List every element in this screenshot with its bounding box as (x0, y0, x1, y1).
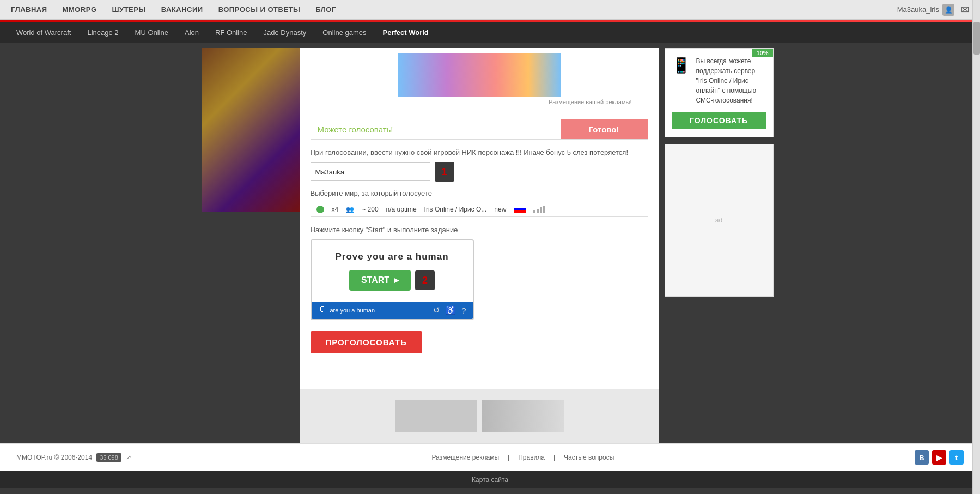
can-vote-text: Можете голосовать! (318, 125, 393, 134)
step-1-badge: 1 (435, 162, 454, 182)
footer-faq-link[interactable]: Частые вопросы (564, 454, 614, 461)
server-players: ~ 200 (362, 206, 378, 213)
second-navigation: World of Warcraft Lineage 2 MU Online Ai… (0, 22, 980, 43)
footer-ad-link[interactable]: Размещение рекламы (432, 454, 500, 461)
captcha-footer: 🎙 are you a human ↺ ♿ ? (312, 302, 473, 319)
refresh-icon[interactable]: ↺ (433, 305, 440, 315)
nav-blog[interactable]: БЛОГ (315, 5, 336, 14)
captcha-inner: Prove you are a human START 2 (312, 240, 473, 302)
server-uptime: n/a uptime (386, 206, 417, 213)
sms-content: 📱 Вы всегда можете поддержать сервер "Ir… (672, 56, 766, 105)
nav-perfect-world[interactable]: Perfect World (383, 28, 429, 37)
nav-rf[interactable]: RF Online (215, 28, 247, 37)
footer: MMOTOP.ru © 2006-2014 35 098 ↗ Размещени… (0, 443, 980, 471)
start-button[interactable]: START (349, 270, 411, 291)
left-sidebar-image (202, 48, 300, 212)
vote-button[interactable]: ПРОГОЛОСОВАТЬ (311, 331, 422, 353)
bottom-banner-1 (395, 400, 477, 432)
step-2-badge: 2 (415, 270, 435, 290)
captcha-text: Prove you are a human (335, 251, 448, 262)
start-label: START (361, 275, 389, 285)
sms-vote-button[interactable]: ГОЛОСОВАТЬ (672, 112, 766, 129)
right-sidebar: 10% 📱 Вы всегда можете поддержать сервер… (659, 48, 779, 443)
captcha-tagline: are you a human (330, 307, 375, 314)
server-radio[interactable] (316, 206, 324, 213)
vote-button-label: ПРОГОЛОСОВАТЬ (326, 338, 407, 347)
ready-label: Готово! (588, 125, 619, 134)
captcha-label: Нажмите кнопку "Start" и выполните задан… (311, 226, 648, 234)
bottom-banners (311, 400, 648, 432)
nav-mmorpg[interactable]: MMORPG (63, 5, 97, 14)
vote-hint: При голосовании, ввести нужно свой игров… (311, 148, 648, 156)
microphone-icon: 🎙 (318, 305, 327, 315)
nav-wow[interactable]: World of Warcraft (16, 28, 71, 37)
mail-icon[interactable]: ✉ (961, 4, 969, 16)
sms-vote-label: ГОЛОСОВАТЬ (690, 116, 748, 125)
vote-progress-label: Можете голосовать! (311, 119, 561, 139)
captcha-footer-icons: ↺ ♿ ? (433, 305, 466, 315)
ready-button[interactable]: Готово! (561, 119, 648, 139)
social-vk-icon[interactable]: В (915, 450, 929, 465)
banner-area: Размещение вашей рекламы! (300, 48, 659, 111)
footer-social: В ▶ t (915, 450, 964, 465)
phone-icon: 📱 (672, 56, 691, 74)
avatar-icon[interactable]: 👤 (942, 4, 954, 16)
players-icon: 👥 (346, 206, 354, 213)
banner-image (398, 53, 561, 97)
server-select-label: Выберите мир, за который голосуете (311, 189, 648, 197)
footer-separator-2: | (553, 454, 555, 461)
server-signal-bars (533, 206, 545, 213)
nav-shooters[interactable]: ШУТЕРЫ (112, 5, 146, 14)
bottom-banners-section (300, 389, 659, 443)
nav-l2[interactable]: Lineage 2 (87, 28, 118, 37)
sms-block: 10% 📱 Вы всегда можете поддержать сервер… (665, 48, 774, 137)
server-row[interactable]: x4 👥 ~ 200 n/a uptime Iris Online / Ирис… (311, 202, 648, 217)
center-content: Размещение вашей рекламы! Можете голосов… (300, 48, 659, 443)
server-status: new (494, 206, 506, 213)
server-multiplier: x4 (332, 206, 339, 213)
captcha-box: Prove you are a human START 2 🎙 are you … (311, 239, 474, 320)
nav-vacancies[interactable]: ВАКАНСИИ (161, 5, 203, 14)
ad-placeholder: ad (715, 216, 722, 224)
footer-rules-link[interactable]: Правила (518, 454, 545, 461)
footer-left: MMOTOP.ru © 2006-2014 35 098 ↗ (16, 453, 131, 462)
left-sidebar (202, 48, 300, 443)
scrollbar[interactable] (972, 0, 980, 494)
accessibility-icon[interactable]: ♿ (446, 305, 456, 315)
social-youtube-icon[interactable]: ▶ (932, 450, 946, 465)
captcha-footer-left: 🎙 are you a human (318, 305, 375, 315)
nav-faq[interactable]: ВОПРОСЫ И ОТВЕТЫ (218, 5, 301, 14)
main-wrapper: Размещение вашей рекламы! Можете голосов… (0, 43, 980, 443)
help-icon[interactable]: ? (461, 306, 466, 315)
sitemap-bar: Карта сайта (0, 471, 980, 488)
vote-section: Можете голосовать! Готово! При голосован… (300, 111, 659, 378)
nav-mu[interactable]: MU Online (135, 28, 168, 37)
nav-jd[interactable]: Jade Dynasty (264, 28, 307, 37)
nav-online-games[interactable]: Online games (322, 28, 366, 37)
sms-description: Вы всегда можете поддержать сервер "Iris… (696, 56, 766, 105)
nav-aion[interactable]: Aion (185, 28, 199, 37)
bottom-banner-2 (482, 400, 564, 432)
top-nav-right: Мa3auka_iris 👤 ✉ (897, 4, 969, 16)
user-info: Мa3auka_iris 👤 (897, 4, 954, 16)
top-navigation: ГЛАВНАЯ MMORPG ШУТЕРЫ ВАКАНСИИ ВОПРОСЫ И… (0, 0, 980, 20)
counter-arrow[interactable]: ↗ (126, 454, 131, 461)
ad-placement-link[interactable]: Размещение вашей рекламы! (549, 99, 631, 105)
nick-input[interactable] (311, 162, 430, 181)
sitemap-link[interactable]: Карта сайта (472, 476, 508, 484)
social-twitter-icon[interactable]: t (949, 450, 964, 465)
copyright-text: MMOTOP.ru © 2006-2014 (16, 454, 92, 461)
captcha-start-row: START 2 (349, 270, 435, 291)
nick-row: 1 (311, 162, 648, 182)
username-label: Мa3auka_iris (897, 5, 939, 14)
top-nav-links: ГЛАВНАЯ MMORPG ШУТЕРЫ ВАКАНСИИ ВОПРОСЫ И… (11, 5, 336, 14)
scrollbar-thumb[interactable] (973, 22, 980, 55)
visitor-counter: 35 098 (96, 453, 121, 462)
sms-corner-badge: 10% (752, 49, 772, 57)
nav-home[interactable]: ГЛАВНАЯ (11, 5, 47, 14)
sidebar-ad-block: ad (665, 144, 774, 297)
vote-progress-bar: Можете голосовать! Готово! (311, 119, 648, 140)
footer-separator-1: | (508, 454, 509, 461)
server-name: Iris Online / Ирис О... (424, 206, 487, 213)
footer-links: Размещение рекламы | Правила | Частые во… (432, 454, 614, 461)
